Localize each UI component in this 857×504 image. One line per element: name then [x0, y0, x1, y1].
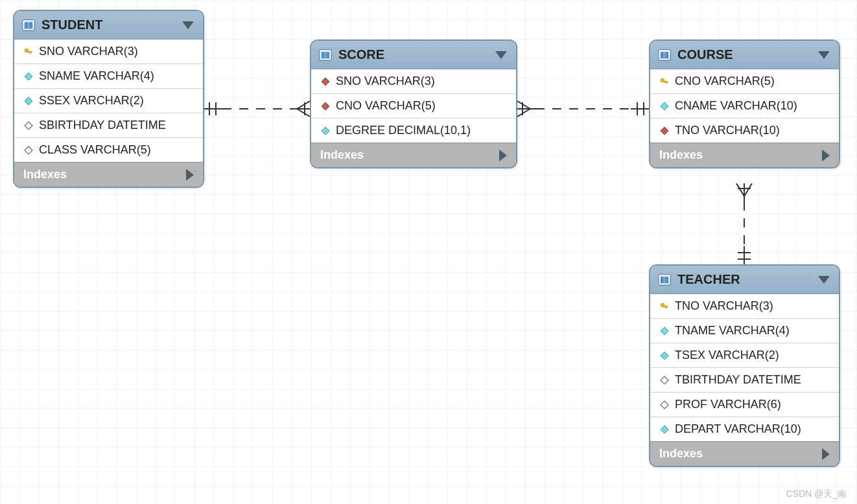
- column-label: TBIRTHDAY DATETIME: [675, 373, 801, 387]
- column-label: TNAME VARCHAR(4): [675, 324, 790, 338]
- entity-header-student[interactable]: STUDENT: [14, 11, 203, 40]
- column-label: CNO VARCHAR(5): [336, 99, 436, 113]
- expand-caret-icon[interactable]: [822, 150, 830, 161]
- column-row[interactable]: CNO VARCHAR(5): [311, 94, 516, 119]
- entity-teacher[interactable]: TEACHERTNO VARCHAR(3)TNAME VARCHAR(4)TSE…: [649, 264, 840, 467]
- svg-rect-9: [661, 52, 663, 58]
- column-label: TNO VARCHAR(10): [675, 124, 780, 137]
- svg-rect-11: [666, 52, 668, 58]
- column-row[interactable]: TSEX VARCHAR(2): [650, 343, 839, 368]
- column-label: SNAME VARCHAR(4): [39, 69, 154, 83]
- indexes-section[interactable]: Indexes: [14, 162, 203, 187]
- entity-title: TEACHER: [677, 272, 812, 287]
- collapse-caret-icon[interactable]: [818, 51, 830, 59]
- key-icon: [659, 76, 670, 87]
- column-row[interactable]: DEPART VARCHAR(10): [650, 417, 839, 441]
- diamond-cyan-icon: [320, 126, 331, 136]
- entity-header-course[interactable]: COURSE: [650, 41, 839, 69]
- entity-header-score[interactable]: SCORE: [311, 41, 516, 69]
- svg-rect-10: [663, 52, 666, 58]
- watermark-text: CSDN @天_南: [786, 488, 847, 500]
- column-row[interactable]: SNO VARCHAR(3): [14, 40, 203, 64]
- column-label: TSEX VARCHAR(2): [675, 349, 779, 362]
- table-icon: [22, 19, 35, 31]
- expand-caret-icon[interactable]: [499, 150, 507, 161]
- column-list: SNO VARCHAR(3)CNO VARCHAR(5)DEGREE DECIM…: [311, 69, 516, 143]
- column-row[interactable]: CNO VARCHAR(5): [650, 69, 839, 94]
- column-list: CNO VARCHAR(5)CNAME VARCHAR(10)TNO VARCH…: [650, 69, 839, 143]
- collapse-caret-icon[interactable]: [495, 51, 507, 59]
- column-label: DEPART VARCHAR(10): [675, 422, 801, 436]
- indexes-label: Indexes: [320, 148, 364, 162]
- entity-score[interactable]: SCORESNO VARCHAR(3)CNO VARCHAR(5)DEGREE …: [310, 40, 517, 168]
- key-icon: [23, 47, 34, 57]
- entity-title: COURSE: [677, 47, 812, 62]
- table-icon: [658, 49, 671, 61]
- svg-rect-14: [663, 277, 666, 283]
- svg-rect-5: [322, 52, 324, 58]
- column-row[interactable]: SNO VARCHAR(3): [311, 69, 516, 94]
- diamond-red-icon: [320, 101, 331, 111]
- entity-header-teacher[interactable]: TEACHER: [650, 266, 839, 294]
- svg-rect-6: [324, 52, 327, 58]
- svg-rect-3: [30, 22, 32, 29]
- diamond-red-icon: [659, 126, 670, 136]
- column-row[interactable]: TNO VARCHAR(10): [650, 119, 839, 143]
- table-icon: [658, 274, 671, 286]
- column-label: SSEX VARCHAR(2): [39, 94, 144, 108]
- column-row[interactable]: TNAME VARCHAR(4): [650, 319, 839, 343]
- indexes-label: Indexes: [23, 168, 67, 181]
- entity-student[interactable]: STUDENTSNO VARCHAR(3)SNAME VARCHAR(4)SSE…: [13, 10, 204, 188]
- collapse-caret-icon[interactable]: [818, 276, 830, 284]
- collapse-caret-icon[interactable]: [182, 21, 194, 29]
- diamond-cyan-icon: [659, 101, 670, 111]
- diamond-cyan-icon: [23, 96, 34, 106]
- column-label: CNAME VARCHAR(10): [675, 99, 797, 113]
- svg-rect-13: [661, 277, 663, 283]
- column-row[interactable]: TNO VARCHAR(3): [650, 294, 839, 319]
- diamond-red-icon: [320, 76, 331, 87]
- diamond-hollow-icon: [659, 375, 670, 385]
- column-row[interactable]: CLASS VARCHAR(5): [14, 138, 203, 162]
- column-label: DEGREE DECIMAL(10,1): [336, 124, 471, 137]
- column-label: SNO VARCHAR(3): [336, 74, 435, 88]
- column-row[interactable]: SSEX VARCHAR(2): [14, 89, 203, 113]
- diamond-hollow-icon: [659, 400, 670, 410]
- key-icon: [659, 301, 670, 312]
- column-label: SNO VARCHAR(3): [39, 45, 138, 58]
- svg-rect-7: [327, 52, 329, 58]
- diamond-cyan-icon: [659, 350, 670, 361]
- column-row[interactable]: PROF VARCHAR(6): [650, 393, 839, 417]
- diamond-cyan-icon: [23, 71, 34, 82]
- expand-caret-icon[interactable]: [186, 169, 194, 181]
- diamond-cyan-icon: [659, 424, 670, 435]
- table-icon: [319, 49, 332, 61]
- column-row[interactable]: DEGREE DECIMAL(10,1): [311, 119, 516, 143]
- column-label: TNO VARCHAR(3): [675, 299, 773, 313]
- column-row[interactable]: CNAME VARCHAR(10): [650, 94, 839, 119]
- entity-title: STUDENT: [41, 17, 176, 32]
- column-list: TNO VARCHAR(3)TNAME VARCHAR(4)TSEX VARCH…: [650, 294, 839, 441]
- entity-course[interactable]: COURSECNO VARCHAR(5)CNAME VARCHAR(10)TNO…: [649, 40, 840, 168]
- expand-caret-icon[interactable]: [822, 448, 830, 460]
- indexes-section[interactable]: Indexes: [650, 143, 839, 167]
- entity-title: SCORE: [338, 47, 489, 62]
- indexes-label: Indexes: [659, 447, 703, 461]
- svg-rect-1: [25, 22, 27, 29]
- svg-rect-15: [666, 277, 668, 283]
- column-label: SBIRTHDAY DATETIME: [39, 119, 166, 132]
- column-row[interactable]: SNAME VARCHAR(4): [14, 64, 203, 89]
- diamond-hollow-icon: [23, 145, 34, 155]
- column-label: CNO VARCHAR(5): [675, 74, 775, 88]
- indexes-section[interactable]: Indexes: [650, 441, 839, 466]
- diamond-hollow-icon: [23, 120, 34, 131]
- column-row[interactable]: SBIRTHDAY DATETIME: [14, 113, 203, 138]
- diamond-cyan-icon: [659, 326, 670, 336]
- svg-rect-2: [27, 22, 30, 29]
- column-label: CLASS VARCHAR(5): [39, 143, 151, 157]
- indexes-section[interactable]: Indexes: [311, 143, 516, 167]
- indexes-label: Indexes: [659, 148, 703, 162]
- column-list: SNO VARCHAR(3)SNAME VARCHAR(4)SSEX VARCH…: [14, 40, 203, 162]
- column-row[interactable]: TBIRTHDAY DATETIME: [650, 368, 839, 393]
- column-label: PROF VARCHAR(6): [675, 398, 781, 411]
